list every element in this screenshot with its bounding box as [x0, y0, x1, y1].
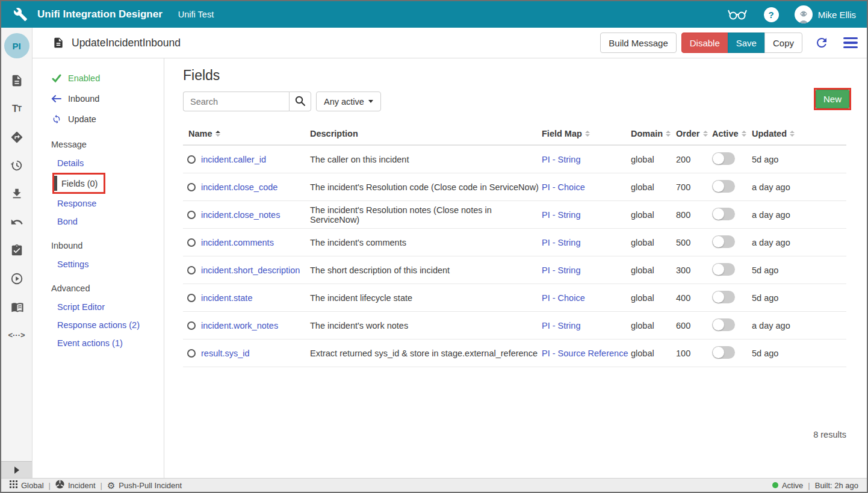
table-body: incident.caller_id The caller on this in…	[183, 146, 846, 367]
field-order: 400	[676, 293, 712, 303]
new-button[interactable]: New	[816, 90, 849, 108]
sidebar-item-event-actions[interactable]: Event actions (1)	[51, 334, 164, 352]
check-icon	[51, 74, 61, 82]
table-item[interactable]: Incident	[55, 480, 96, 491]
table-label: Incident	[68, 481, 96, 490]
field-map-link[interactable]: PI - String	[542, 265, 580, 275]
field-map-link[interactable]: PI - Choice	[542, 293, 585, 303]
table-row[interactable]: result.sys_id Extract returned sys_id & …	[183, 340, 846, 367]
refresh-icon[interactable]	[814, 36, 829, 50]
column-label: Domain	[631, 129, 663, 138]
column-header-field-map[interactable]: Field Map	[542, 129, 631, 138]
field-description: The incident's Resolution code (Close co…	[310, 182, 542, 192]
typography-icon[interactable]: TT	[8, 101, 25, 117]
field-updated: 5d ago	[752, 293, 846, 303]
sidebar-item-settings[interactable]: Settings	[51, 255, 164, 273]
table-row[interactable]: incident.state The incident lifecycle st…	[183, 284, 846, 312]
download-icon[interactable]	[8, 185, 25, 202]
column-header-name[interactable]: Name	[183, 129, 310, 138]
field-map-link[interactable]: PI - Choice	[542, 182, 585, 192]
app-title: Unifi Integration Designer	[37, 8, 163, 20]
results-count: 8 results	[183, 430, 846, 439]
table-row[interactable]: incident.short_description The short des…	[183, 256, 846, 284]
table-row[interactable]: incident.close_notes The incident's Reso…	[183, 201, 846, 229]
column-label: Updated	[752, 129, 787, 138]
incident-wheel-icon	[55, 480, 64, 491]
help-icon[interactable]: ?	[764, 7, 779, 22]
column-label: Name	[188, 129, 212, 138]
active-toggle[interactable]	[712, 263, 735, 276]
directions-icon[interactable]	[8, 129, 25, 145]
sidebar-item-response[interactable]: Response	[51, 194, 164, 212]
save-button[interactable]: Save	[728, 33, 765, 53]
sidebar-item-response-actions[interactable]: Response actions (2)	[51, 316, 164, 334]
field-map-link[interactable]: PI - String	[542, 155, 580, 164]
field-map-link[interactable]: PI - Source Reference	[542, 349, 628, 358]
document-icon[interactable]	[8, 72, 25, 88]
active-toggle[interactable]	[712, 208, 735, 220]
table-row[interactable]: incident.caller_id The caller on this in…	[183, 146, 846, 173]
record-circle-icon	[187, 183, 196, 191]
hamburger-menu-icon[interactable]	[843, 37, 858, 49]
field-name-link[interactable]: incident.comments	[201, 238, 274, 247]
field-map-link[interactable]: PI - String	[542, 238, 580, 247]
clipboard-check-icon[interactable]	[8, 242, 25, 258]
field-name-link[interactable]: incident.close_code	[201, 182, 277, 192]
field-description: The incident's work notes	[310, 321, 542, 330]
field-name-link[interactable]: result.sys_id	[201, 349, 250, 358]
copy-button[interactable]: Copy	[764, 33, 802, 53]
active-toggle[interactable]	[712, 235, 735, 248]
active-toggle[interactable]	[712, 346, 735, 359]
active-toggle[interactable]	[712, 318, 735, 331]
table-row[interactable]: incident.work_notes The incident's work …	[183, 312, 846, 340]
section-header-advanced: Advanced	[51, 279, 164, 298]
record-circle-icon	[187, 266, 196, 274]
table-row[interactable]: incident.comments The incident's comment…	[183, 229, 846, 256]
field-name-link[interactable]: incident.close_notes	[201, 210, 280, 220]
field-map-link[interactable]: PI - String	[542, 210, 580, 220]
process-item[interactable]: ⚙ Push-Pull Incident	[107, 481, 182, 490]
fields-table: NameDescriptionField MapDomainOrderActiv…	[183, 123, 846, 367]
undo-icon[interactable]	[8, 214, 25, 230]
separator: |	[101, 481, 102, 490]
build-message-button[interactable]: Build Message	[600, 33, 676, 53]
integration-avatar[interactable]: PI	[4, 33, 29, 58]
sidebar-item-fields[interactable]: Fields (0)	[52, 173, 105, 194]
document-icon	[52, 37, 64, 49]
search-input[interactable]	[183, 91, 289, 111]
field-name-link[interactable]: incident.caller_id	[201, 155, 266, 164]
sidebar-item-script-editor[interactable]: Script Editor	[51, 298, 164, 316]
active-toggle[interactable]	[712, 152, 735, 165]
active-toggle[interactable]	[712, 180, 735, 193]
column-header-domain[interactable]: Domain	[631, 129, 676, 138]
book-icon[interactable]	[8, 299, 25, 315]
active-toggle[interactable]	[712, 291, 735, 303]
field-map-link[interactable]: PI - String	[542, 321, 580, 330]
sidebar-item-bond[interactable]: Bond	[51, 212, 164, 231]
column-label: Active	[712, 129, 739, 138]
active-filter-dropdown[interactable]: Any active	[316, 91, 381, 111]
search-button[interactable]	[289, 91, 311, 111]
field-domain: global	[631, 182, 676, 192]
field-name-link[interactable]: incident.state	[201, 293, 252, 303]
table-header-row: NameDescriptionField MapDomainOrderActiv…	[183, 123, 846, 146]
user-avatar-icon[interactable]	[795, 5, 813, 23]
scope-item[interactable]: Global	[10, 480, 44, 490]
code-icon[interactable]: <···>	[8, 327, 25, 343]
glasses-icon[interactable]	[728, 8, 747, 20]
play-circle-icon[interactable]	[8, 270, 25, 287]
table-row[interactable]: incident.close_code The incident's Resol…	[183, 173, 846, 201]
expand-panel-button[interactable]	[1, 461, 32, 478]
column-header-order[interactable]: Order	[676, 129, 712, 138]
disable-button[interactable]: Disable	[681, 33, 728, 53]
process-label: Push-Pull Incident	[119, 481, 182, 490]
sort-carets-icon	[585, 131, 590, 137]
sidebar-item-details[interactable]: Details	[51, 154, 164, 172]
column-header-active[interactable]: Active	[712, 129, 752, 138]
user-name[interactable]: Mike Ellis	[818, 10, 856, 20]
field-name-link[interactable]: incident.short_description	[201, 265, 300, 275]
history-icon[interactable]	[8, 157, 25, 173]
column-header-updated[interactable]: Updated	[752, 129, 846, 138]
field-name-link[interactable]: incident.work_notes	[201, 321, 278, 330]
action-update: Update	[51, 109, 164, 129]
